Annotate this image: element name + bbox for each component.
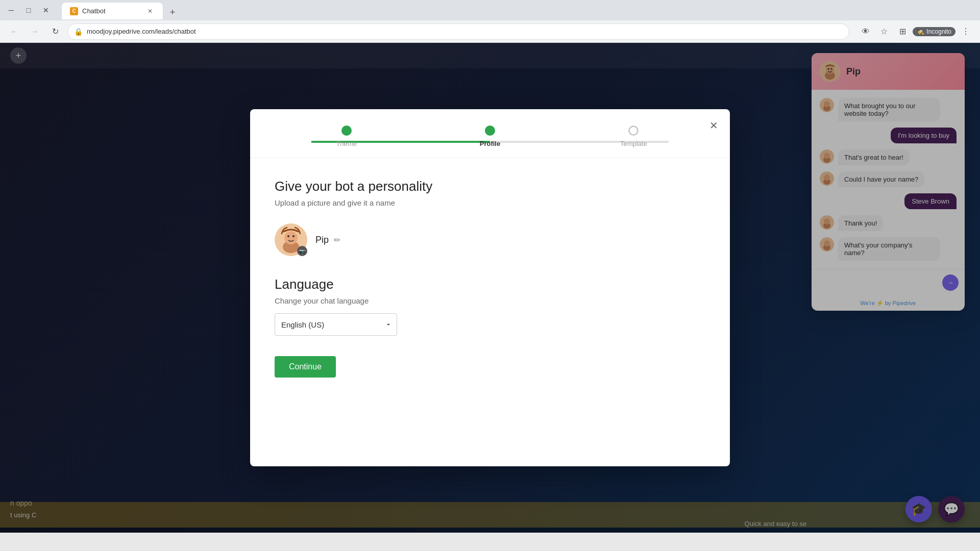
step-dot-template <box>628 126 639 136</box>
avatar-camera-button[interactable]: 📷 <box>297 246 307 256</box>
step-label-template: Template <box>620 140 647 147</box>
incognito-icon: 🕵 <box>917 28 924 35</box>
url-text: moodjoy.pipedrive.com/leads/chatbot <box>87 28 196 35</box>
wizard-modal: ✕ Theme Profile <box>250 109 730 466</box>
bot-name-row: Pip ✏ <box>315 235 340 245</box>
step-label-theme: Theme <box>336 140 356 147</box>
address-bar[interactable]: 🔒 moodjoy.pipedrive.com/leads/chatbot <box>67 23 849 40</box>
close-window-button[interactable]: ✕ <box>39 3 53 17</box>
step-template[interactable]: Template <box>562 126 705 147</box>
language-select-wrapper: English (US) English (UK) Spanish French… <box>275 313 397 336</box>
wizard-body: Give your bot a personality Upload a pic… <box>250 158 730 398</box>
browser-toolbar: ← → ↻ 🔒 moodjoy.pipedrive.com/leads/chat… <box>0 20 980 43</box>
tab-title: Chatbot <box>82 7 106 15</box>
sidebar-toggle[interactable]: ⊞ <box>894 23 911 40</box>
browser-window-controls: ─ □ ✕ <box>4 3 53 17</box>
toolbar-right-controls: 👁 ☆ ⊞ 🕵 Incognito ⋮ <box>857 23 974 40</box>
bot-name-text: Pip <box>315 235 329 245</box>
personality-title: Give your bot a personality <box>275 179 705 194</box>
back-button[interactable]: ← <box>6 23 22 40</box>
tab-close-button[interactable]: ✕ <box>145 7 155 16</box>
forward-button[interactable]: → <box>27 23 43 40</box>
modal-overlay: ✕ Theme Profile <box>0 43 980 533</box>
tab-bar: C Chatbot ✕ + <box>57 1 184 19</box>
continue-button[interactable]: Continue <box>275 356 336 378</box>
bookmark-star-icon[interactable]: ☆ <box>876 23 892 40</box>
step-dot-theme <box>341 126 352 136</box>
minimize-button[interactable]: ─ <box>4 3 18 17</box>
incognito-badge: 🕵 Incognito <box>913 27 955 36</box>
svg-point-23 <box>287 235 289 237</box>
wizard-header: Theme Profile Template <box>250 109 730 158</box>
bot-profile-row: 📷 Pip ✏ <box>275 223 705 256</box>
language-subtitle: Change your chat language <box>275 296 705 305</box>
maximize-button[interactable]: □ <box>21 3 36 17</box>
incognito-label: Incognito <box>926 28 951 35</box>
main-content: + n oppo t using C above <box>0 43 980 533</box>
bot-avatar-wrapper[interactable]: 📷 <box>275 223 307 256</box>
new-tab-button[interactable]: + <box>165 5 180 19</box>
tab-favicon: C <box>70 7 78 15</box>
browser-chrome: ─ □ ✕ C Chatbot ✕ + ← → ↻ 🔒 moodjoy.pipe… <box>0 0 980 43</box>
svg-point-24 <box>292 235 295 237</box>
step-dot-profile <box>485 126 495 136</box>
language-section: Language Change your chat language Engli… <box>275 277 705 336</box>
active-tab[interactable]: C Chatbot ✕ <box>61 2 163 19</box>
step-theme[interactable]: Theme <box>275 126 418 147</box>
more-options-button[interactable]: ⋮ <box>958 23 974 40</box>
browser-titlebar: ─ □ ✕ C Chatbot ✕ + <box>0 0 980 20</box>
lock-icon: 🔒 <box>74 28 83 36</box>
language-select[interactable]: English (US) English (UK) Spanish French… <box>275 313 397 336</box>
personality-subtitle: Upload a picture and give it a name <box>275 198 705 207</box>
wizard-steps: Theme Profile Template <box>275 126 705 158</box>
step-profile[interactable]: Profile <box>418 126 561 147</box>
svg-point-22 <box>284 231 298 244</box>
step-label-profile: Profile <box>480 140 500 147</box>
language-title: Language <box>275 277 705 292</box>
refresh-button[interactable]: ↻ <box>47 23 63 40</box>
edit-name-icon[interactable]: ✏ <box>334 235 340 245</box>
eye-icon[interactable]: 👁 <box>857 23 874 40</box>
wizard-close-button[interactable]: ✕ <box>705 117 722 134</box>
